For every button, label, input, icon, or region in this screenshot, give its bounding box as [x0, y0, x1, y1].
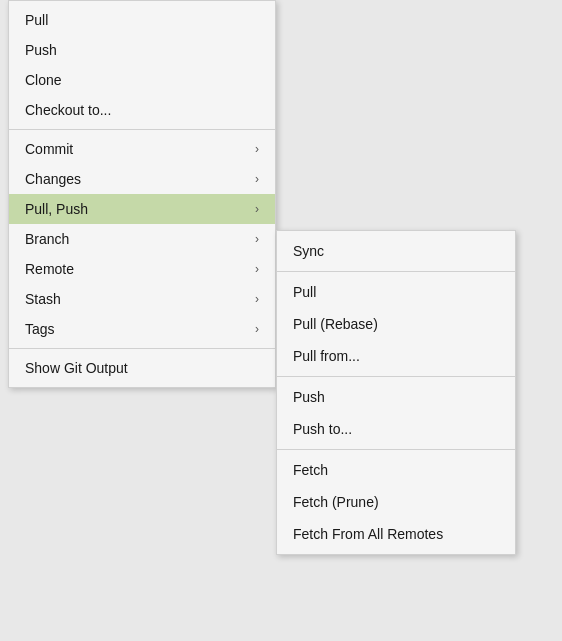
secondary-menu-item-fetch-from-all-remotes[interactable]: Fetch From All Remotes — [277, 518, 515, 550]
secondary-menu-item-push[interactable]: Push — [277, 381, 515, 413]
chevron-icon-commit: › — [255, 142, 259, 156]
menu-item-pull-push[interactable]: Pull, Push › — [9, 194, 275, 224]
secondary-divider-3 — [277, 449, 515, 450]
chevron-icon-stash: › — [255, 292, 259, 306]
chevron-icon-changes: › — [255, 172, 259, 186]
menu-container: Pull Push Clone Checkout to... Commit › … — [8, 0, 516, 555]
menu-item-changes[interactable]: Changes › — [9, 164, 275, 194]
chevron-icon-pull-push: › — [255, 202, 259, 216]
secondary-menu: Sync Pull Pull (Rebase) Pull from... Pus… — [276, 230, 516, 555]
menu-item-stash[interactable]: Stash › — [9, 284, 275, 314]
primary-menu: Pull Push Clone Checkout to... Commit › … — [8, 0, 276, 388]
menu-item-remote[interactable]: Remote › — [9, 254, 275, 284]
chevron-icon-branch: › — [255, 232, 259, 246]
secondary-menu-item-sync[interactable]: Sync — [277, 235, 515, 267]
secondary-menu-item-pull[interactable]: Pull — [277, 276, 515, 308]
secondary-menu-item-fetch-prune[interactable]: Fetch (Prune) — [277, 486, 515, 518]
menu-item-push[interactable]: Push — [9, 35, 275, 65]
menu-item-tags[interactable]: Tags › — [9, 314, 275, 344]
menu-item-clone[interactable]: Clone — [9, 65, 275, 95]
menu-item-checkout-to[interactable]: Checkout to... — [9, 95, 275, 125]
chevron-icon-tags: › — [255, 322, 259, 336]
secondary-menu-item-push-to[interactable]: Push to... — [277, 413, 515, 445]
secondary-menu-item-pull-from[interactable]: Pull from... — [277, 340, 515, 372]
secondary-divider-1 — [277, 271, 515, 272]
chevron-icon-remote: › — [255, 262, 259, 276]
menu-item-show-git-output[interactable]: Show Git Output — [9, 353, 275, 383]
secondary-menu-item-fetch[interactable]: Fetch — [277, 454, 515, 486]
menu-item-branch[interactable]: Branch › — [9, 224, 275, 254]
secondary-divider-2 — [277, 376, 515, 377]
divider-1 — [9, 129, 275, 130]
divider-2 — [9, 348, 275, 349]
secondary-menu-item-pull-rebase[interactable]: Pull (Rebase) — [277, 308, 515, 340]
menu-item-commit[interactable]: Commit › — [9, 134, 275, 164]
menu-item-pull[interactable]: Pull — [9, 5, 275, 35]
